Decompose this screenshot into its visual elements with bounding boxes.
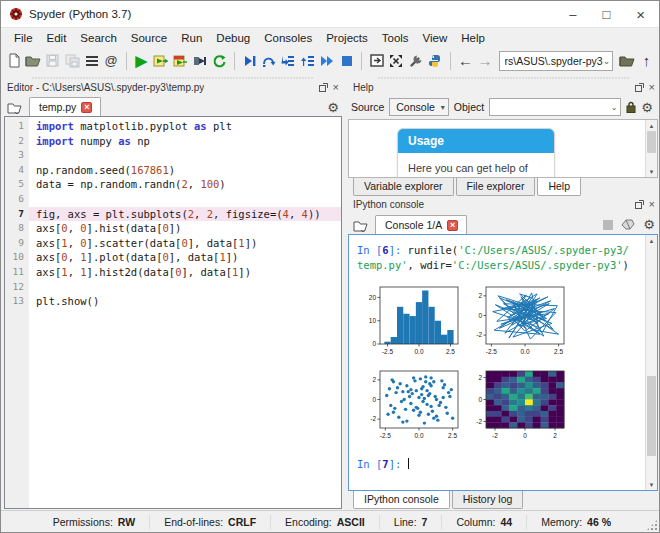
console-prompt: In [7]: (357, 457, 645, 472)
console-scrollbar[interactable]: ▲ ▼ (645, 235, 657, 490)
browse-tabs-icon[interactable] (7, 101, 23, 114)
close-pane-icon[interactable]: × (649, 82, 655, 93)
subplot-bar: -2.50.02.501020 (359, 283, 463, 365)
usage-card: Usage Here you can get help of any objec… (397, 128, 555, 178)
fullscreen-button[interactable] (388, 50, 405, 72)
tab-history-log[interactable]: History log (452, 491, 524, 509)
tab-ipython-console[interactable]: IPython console (353, 491, 450, 509)
step-over-button[interactable] (260, 50, 277, 72)
debug-file-button[interactable] (241, 50, 258, 72)
status-bar: Permissions:RWEnd-of-lines:CRLFEncoding:… (1, 510, 659, 532)
stop-debug-button[interactable] (338, 50, 355, 72)
code-line[interactable]: 9axs[1, 0].scatter(data[0], data[1]) (5, 236, 341, 251)
browse-tabs-icon[interactable] (353, 219, 369, 232)
run-file-button[interactable]: ▶ (133, 50, 150, 72)
save-button[interactable] (44, 50, 61, 72)
help-scrollbar[interactable]: ▲ ▼ (645, 120, 657, 177)
open-dir-button[interactable] (618, 50, 635, 72)
rerun-last-button[interactable] (210, 50, 227, 72)
menu-item-help[interactable]: Help (454, 30, 492, 46)
menu-item-search[interactable]: Search (73, 30, 123, 46)
menu-item-run[interactable]: Run (174, 30, 209, 46)
code-line[interactable]: 3 (5, 148, 341, 163)
editor-options-gear-icon[interactable]: ⚙ (327, 101, 339, 114)
console-options-gear-icon[interactable]: ⚙ (643, 218, 655, 231)
code-line[interactable]: 4np.random.seed(167861) (5, 163, 341, 178)
undock-icon[interactable] (635, 200, 644, 209)
console-tab[interactable]: Console 1/A × (375, 215, 467, 234)
code-line[interactable]: 1import matplotlib.pyplot as plt (5, 119, 341, 134)
editor-tab-temp-py[interactable]: temp.py × (29, 97, 101, 116)
code-line[interactable]: 11axs[1, 1].hist2d(data[0], data[1]) (5, 265, 341, 280)
continue-button[interactable] (318, 50, 335, 72)
lock-icon[interactable] (626, 101, 636, 113)
help-options-gear-icon[interactable]: ⚙ (641, 101, 653, 114)
menu-item-projects[interactable]: Projects (319, 30, 375, 46)
rerun-cell-button[interactable] (171, 50, 188, 72)
run-selection-button[interactable] (191, 50, 208, 72)
object-input[interactable]: ⌄ (489, 98, 621, 116)
menu-item-consoles[interactable]: Consoles (257, 30, 319, 46)
svg-text:0: 0 (478, 396, 482, 403)
python-path-manager-button[interactable] (426, 50, 443, 72)
console-content[interactable]: In [6]: runfile('C:/Users/ASUS/.spyder-p… (348, 234, 658, 491)
svg-text:0.0: 0.0 (414, 432, 423, 439)
close-button[interactable]: × (636, 7, 645, 22)
new-file-button[interactable] (5, 50, 22, 72)
close-pane-icon[interactable]: × (649, 199, 655, 210)
code-line[interactable]: 5data = np.random.randn(2, 100) (5, 177, 341, 192)
undock-icon[interactable] (635, 83, 644, 92)
menu-item-file[interactable]: File (7, 30, 40, 46)
code-line[interactable]: 12 (5, 280, 341, 295)
parent-dir-button[interactable]: ↑ (638, 50, 655, 72)
tab-help[interactable]: Help (537, 178, 581, 196)
code-editor[interactable]: 1import matplotlib.pyplot as plt2import … (4, 116, 342, 509)
resize-grip[interactable] (647, 520, 657, 530)
close-tab-icon[interactable]: × (447, 220, 458, 231)
forward-button[interactable]: → (476, 50, 493, 72)
menu-item-view[interactable]: View (416, 30, 455, 46)
interrupt-kernel-icon[interactable] (603, 220, 613, 230)
help-panel: Help × Source Console ▾ Object ⌄ (347, 74, 659, 197)
code-line[interactable]: 2import numpy as np (5, 134, 341, 149)
menu-item-tools[interactable]: Tools (375, 30, 416, 46)
preferences-button[interactable] (407, 50, 424, 72)
run-cell-button[interactable] (152, 50, 169, 72)
source-select[interactable]: Console ▾ (389, 98, 449, 116)
scroll-down-icon[interactable]: ▼ (649, 166, 655, 177)
close-pane-icon[interactable]: × (333, 82, 339, 93)
code-line[interactable]: 7fig, axs = plt.subplots(2, 2, figsize=(… (5, 207, 341, 222)
scroll-up-icon[interactable]: ▲ (649, 235, 655, 246)
menu-item-debug[interactable]: Debug (209, 30, 257, 46)
subplot-heatmap: -202-202 (465, 367, 569, 449)
code-line[interactable]: 8axs[0, 0].hist(data[0]) (5, 221, 341, 236)
minimize-button[interactable]: – (569, 8, 576, 21)
find-symbols-button[interactable]: @ (102, 50, 119, 72)
step-return-button[interactable] (299, 50, 316, 72)
svg-text:0.0: 0.0 (520, 348, 529, 355)
code-line[interactable]: 10axs[0, 1].plot(data[0], data[1]) (5, 250, 341, 265)
open-file-button[interactable] (24, 50, 41, 72)
menu-item-source[interactable]: Source (124, 30, 174, 46)
main-toolbar: @ ▶ (1, 47, 659, 74)
file-switcher-button[interactable] (83, 50, 100, 72)
step-into-button[interactable] (279, 50, 296, 72)
working-directory-combo[interactable]: rs\ASUS\.spyder-py3 ⌄ (499, 51, 614, 71)
scroll-up-icon[interactable]: ▲ (649, 120, 655, 131)
scroll-down-icon[interactable]: ▼ (649, 479, 655, 490)
code-line[interactable]: 13plt.show() (5, 294, 341, 309)
svg-text:0: 0 (478, 312, 482, 319)
save-all-button[interactable] (63, 50, 80, 72)
status-line: Line:7 (379, 515, 442, 529)
eraser-icon[interactable] (621, 219, 635, 230)
code-line[interactable]: 6 (5, 192, 341, 207)
maximize-button[interactable]: □ (602, 8, 610, 21)
close-tab-icon[interactable]: × (81, 102, 92, 113)
working-directory-value: rs\ASUS\.spyder-py3 (505, 55, 603, 67)
menu-item-edit[interactable]: Edit (40, 30, 74, 46)
tab-variable-explorer[interactable]: Variable explorer (353, 178, 454, 196)
tab-file-explorer[interactable]: File explorer (456, 178, 536, 196)
undock-icon[interactable] (319, 83, 328, 92)
maximize-pane-button[interactable] (368, 50, 385, 72)
back-button[interactable]: ← (457, 50, 474, 72)
